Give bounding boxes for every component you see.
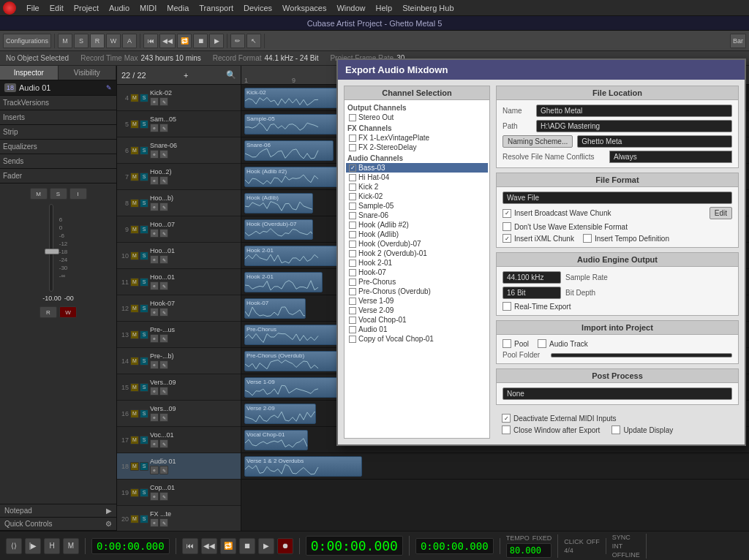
track-edit-13[interactable]: ✎ [159,439,168,448]
toolbar-prev[interactable]: ◀◀ [159,34,176,48]
format-select[interactable]: Wave File [503,192,732,204]
track-e-16[interactable]: e [150,518,159,527]
arrange-row-14[interactable]: Verse 1 & 2 Overdubs [241,453,749,480]
track-m-11[interactable]: M [130,383,139,392]
menu-help[interactable]: Help [372,2,397,14]
menu-workspaces[interactable]: Workspaces [278,2,331,14]
track-e-7[interactable]: e [150,281,159,290]
audio-channel-item-11[interactable]: Hook-07 [346,268,488,277]
real-time-checkbox[interactable] [503,302,511,311]
menu-audio[interactable]: Audio [105,2,134,14]
track-e-10[interactable]: e [150,360,159,369]
track-edit-2[interactable]: ✎ [159,150,168,159]
track-s-3[interactable]: S [140,173,148,181]
audio-clip-14[interactable]: Verse 1 & 2 Overdubs [244,456,362,477]
bit-depth-select[interactable]: 16 Bit [503,287,561,299]
track-m-13[interactable]: M [130,436,139,444]
fader-r-btn[interactable]: R [39,306,57,318]
pool-folder-value[interactable] [551,353,732,357]
audio-ch-checkbox-3[interactable] [349,193,356,200]
audio-channel-item-17[interactable]: Audio 01 [346,325,488,334]
audio-clip-2[interactable]: Snare-06 [244,140,334,161]
audio-ch-checkbox-15[interactable] [349,307,356,314]
audio-channel-item-7[interactable]: Hook (Adlib) [346,230,488,239]
audio-clip-6[interactable]: Hook 2-01 [244,246,345,266]
toolbar-pencil[interactable]: ✏ [230,34,245,48]
track-versions-label[interactable]: TrackVersions [3,97,113,108]
transport-play-btn[interactable]: ▶ [258,538,274,554]
track-row-8[interactable]: 12 M S Hook-07 e ✎ [117,295,241,322]
track-list-add-icon[interactable]: + [184,71,188,80]
audio-channel-item-1[interactable]: Hi Hat-04 [346,173,488,182]
track-e-15[interactable]: e [150,492,159,501]
update-display-checkbox[interactable] [611,425,620,434]
track-s-1[interactable]: S [140,120,148,129]
inspector-edit-icon[interactable]: ✎ [106,84,112,91]
audio-track-checkbox[interactable] [538,339,546,348]
track-m-2[interactable]: M [130,146,139,155]
track-e-5[interactable]: e [150,229,159,238]
fader-s-btn[interactable]: S [50,188,67,200]
track-edit-14[interactable]: ✎ [159,466,168,474]
toolbar-config[interactable]: Configurations [3,34,51,48]
quick-controls-item[interactable]: Quick Controls ⚙ [0,518,116,531]
track-m-10[interactable]: M [130,357,139,366]
track-e-12[interactable]: e [150,413,159,422]
name-field-value[interactable]: Ghetto Metal [536,105,732,117]
audio-ch-checkbox-11[interactable] [349,269,356,276]
deactivate-midi-checkbox[interactable] [502,414,511,423]
audio-channel-item-12[interactable]: Pre-Chorus [346,277,488,287]
track-m-5[interactable]: M [130,225,139,234]
audio-ch-checkbox-10[interactable] [349,260,356,267]
naming-scheme-btn[interactable]: Naming Scheme... [503,135,573,148]
audio-channel-item-15[interactable]: Verse 2-09 [346,306,488,315]
audio-ch-checkbox-17[interactable] [349,326,356,333]
transport-record-btn[interactable]: ⏺ [277,538,293,554]
track-e-14[interactable]: e [150,466,159,474]
track-m-4[interactable]: M [130,199,139,208]
audio-channel-item-16[interactable]: Vocal Chop-01 [346,315,488,325]
track-list-search-icon[interactable]: 🔍 [226,70,236,80]
track-edit-5[interactable]: ✎ [159,229,168,238]
track-m-0[interactable]: M [130,94,139,102]
menu-transport[interactable]: Transport [195,2,238,14]
stereo-out-checkbox[interactable] [349,114,356,121]
audio-clip-7[interactable]: Hook 2-01 [244,272,323,292]
track-e-13[interactable]: e [150,439,159,448]
inserts-label[interactable]: Inserts [3,112,113,123]
toolbar-a-btn[interactable]: A [122,34,137,48]
track-s-9[interactable]: S [140,330,148,339]
audio-ch-checkbox-4[interactable] [349,203,356,210]
audio-ch-checkbox-13[interactable] [349,288,356,295]
track-s-5[interactable]: S [140,225,148,234]
toolbar-m-btn[interactable]: M [58,34,72,48]
track-m-14[interactable]: M [130,462,139,471]
stereo-out-item[interactable]: Stereo Out [346,113,488,122]
toolbar-cycle[interactable]: 🔁 [177,34,192,48]
track-s-15[interactable]: S [140,488,148,497]
track-row-14[interactable]: 18 M S Audio 01 e ✎ [117,453,241,480]
track-edit-6[interactable]: ✎ [159,255,168,264]
track-row-11[interactable]: 15 M S Vers...09 e ✎ [117,374,241,401]
track-row-12[interactable]: 16 M S Vers...09 e ✎ [117,401,241,427]
track-edit-16[interactable]: ✎ [159,518,168,527]
channel-list[interactable]: Output Channels Stereo Out FX Channels F… [345,100,489,438]
audio-ch-checkbox-18[interactable] [349,336,356,343]
audio-channel-item-6[interactable]: Hook (Adlib #2) [346,220,488,230]
track-s-14[interactable]: S [140,462,148,471]
track-s-11[interactable]: S [140,383,148,392]
track-s-12[interactable]: S [140,409,148,418]
resolve-value[interactable]: Always [609,151,732,163]
track-s-16[interactable]: S [140,515,148,523]
toolbar-rewind[interactable]: ⏮ [143,34,158,48]
track-s-0[interactable]: S [140,94,148,102]
tab-visibility[interactable]: Visibility [59,66,117,80]
audio-ch-checkbox-1[interactable] [349,174,356,181]
track-m-6[interactable]: M [130,251,139,260]
track-e-4[interactable]: e [150,203,159,211]
audio-ch-checkbox-0[interactable]: ✓ [349,164,356,172]
track-e-2[interactable]: e [150,150,159,159]
equalizers-label[interactable]: Equalizers [3,141,113,152]
sends-label[interactable]: Sends [3,156,113,167]
tempo-display[interactable]: 80.000 [506,543,552,558]
